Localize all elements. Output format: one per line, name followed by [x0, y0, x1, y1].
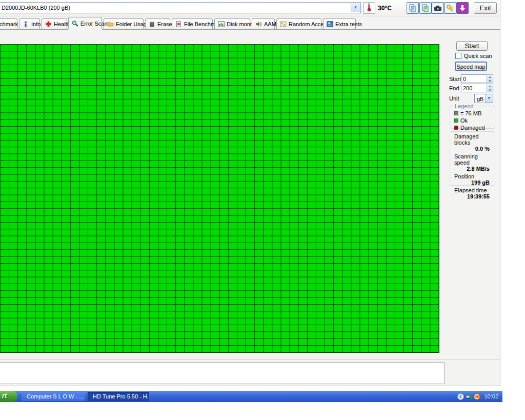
start-field-input[interactable]: 0: [461, 74, 489, 83]
screenshot-button[interactable]: [432, 2, 444, 14]
stat-scanning-speed-value: 2.8 MB/s: [450, 166, 490, 172]
camera-icon: [434, 4, 442, 12]
hdtune-tray-icon[interactable]: [474, 393, 480, 400]
random-grid-icon: [280, 21, 287, 27]
tab-random-access[interactable]: Random Access: [276, 18, 321, 29]
tab-extra-tests[interactable]: Extra tests: [323, 18, 356, 29]
task-button-browser[interactable]: Computer S L O W - ...: [22, 392, 85, 401]
trash-icon: [149, 21, 155, 27]
tray-clock: 10:02: [484, 393, 498, 399]
copy-icon: [409, 4, 417, 12]
legend-item-ok: Ok: [454, 117, 495, 124]
stat-position-value: 199 gB: [450, 179, 490, 186]
keys-icon: [446, 4, 454, 12]
tray-collapse-icon[interactable]: [457, 393, 464, 400]
quick-scan-checkbox[interactable]: [455, 53, 461, 59]
stat-position-label: Position: [454, 173, 492, 179]
tab-folder-usage[interactable]: Folder Usage: [104, 18, 144, 29]
info-icon: [23, 21, 29, 27]
unit-select-value: gB: [477, 96, 483, 102]
copy-to-clipboard-button[interactable]: [419, 2, 432, 14]
legend-title: Legend: [453, 103, 475, 109]
file-icon: [175, 21, 182, 27]
extra-tests-icon: [327, 21, 333, 27]
stat-damaged-blocks-value: 0.0 %: [450, 146, 490, 152]
tab-file-benchmark[interactable]: File Benchmark: [172, 18, 213, 29]
copy-text-icon: [421, 4, 430, 12]
stat-elapsed-time-label: Elapsed time: [454, 187, 492, 193]
toolbar-row: D2000JD-60KLB0 (200 gB) ▼ 30°C Exi: [0, 0, 500, 16]
start-field-label: Start: [449, 76, 461, 82]
download-arrow-icon: [459, 5, 466, 12]
bottom-divider: [0, 359, 500, 359]
legend-item-blocksize: = 76 MB: [454, 110, 495, 116]
registration-button[interactable]: [444, 2, 456, 14]
system-tray: 10:02: [457, 391, 501, 402]
tab-disk-monitor[interactable]: Disk monitor: [214, 18, 250, 29]
thermometer-icon: [366, 3, 372, 12]
update-button[interactable]: [456, 2, 469, 14]
task-button-hdtune[interactable]: HD Tune Pro 5.50 - H...: [88, 392, 149, 401]
chevron-down-icon[interactable]: ▼: [351, 3, 360, 12]
unit-field-label: Unit: [449, 95, 459, 102]
speaker-icon: [255, 21, 262, 27]
scan-grid[interactable]: [0, 44, 439, 353]
legend-label: = 76 MB: [460, 110, 481, 116]
quick-scan-label[interactable]: Quick scan: [464, 53, 492, 59]
legend-item-damaged: Damaged: [454, 125, 495, 131]
start-field-spinner[interactable]: ▲▼: [487, 74, 493, 83]
tab-health[interactable]: Health: [42, 18, 67, 29]
tab-label: Error Scan: [80, 21, 108, 27]
end-field-input[interactable]: 200: [461, 84, 489, 92]
speed-map-button[interactable]: Speed map: [455, 62, 487, 71]
stat-elapsed-time-value: 19:39:55: [450, 193, 490, 199]
tab-label: nchmark: [0, 21, 18, 27]
tab-error-scan[interactable]: Error Scan: [68, 17, 102, 29]
exit-button[interactable]: Exit: [474, 2, 497, 14]
monitor-chart-icon: [218, 21, 225, 27]
health-cross-icon: [45, 21, 52, 27]
folder-icon: [107, 21, 114, 27]
tab-benchmark[interactable]: nchmark: [0, 18, 17, 29]
taskbar: rt Computer S L O W - ... HD Tune Pro 5.…: [0, 391, 502, 402]
temperature-value: 30°C: [378, 5, 392, 12]
tab-strip: nchmark Info Health Error Scan Folder Us…: [0, 17, 500, 29]
tab-info[interactable]: Info: [19, 18, 40, 29]
stat-scanning-speed-label: Scanning speed: [454, 153, 492, 166]
unit-select[interactable]: gB ▼: [474, 94, 493, 103]
scan-stats-panel: Damaged blocks 0.0 % Scanning speed 2.8 …: [450, 131, 495, 186]
end-field-spinner[interactable]: ▲▼: [487, 84, 493, 92]
tab-label: Erase: [157, 21, 172, 27]
task-button-label: HD Tune Pro 5.50 - H...: [93, 393, 149, 399]
status-textbox[interactable]: [0, 362, 445, 384]
damaged-swatch: [454, 126, 458, 130]
network-icon[interactable]: [466, 393, 472, 400]
tab-erase[interactable]: Erase: [145, 18, 170, 29]
screen: D2000JD-60KLB0 (200 gB) ▼ 30°C Exi: [0, 0, 525, 420]
task-button-label: Computer S L O W - ...: [27, 393, 84, 399]
stat-damaged-blocks-label: Damaged blocks: [454, 133, 492, 146]
start-scan-button[interactable]: Start: [456, 41, 488, 51]
copy-screenshot-button[interactable]: [407, 2, 419, 14]
tab-label: AAM: [264, 21, 276, 27]
hdtune-window: D2000JD-60KLB0 (200 gB) ▼ 30°C Exi: [0, 0, 500, 386]
end-field-label: End: [449, 85, 459, 91]
magnifier-icon: [72, 21, 78, 27]
legend-label: Ok: [460, 117, 468, 124]
drive-selector[interactable]: D2000JD-60KLB0 (200 gB) ▼: [0, 2, 361, 13]
temperature-button[interactable]: [363, 2, 375, 14]
ok-swatch: [454, 118, 458, 123]
start-button[interactable]: rt: [0, 391, 17, 402]
chevron-down-icon[interactable]: ▼: [485, 94, 493, 103]
tab-label: Info: [31, 21, 41, 27]
legend-label: Damaged: [460, 125, 485, 131]
tab-aam[interactable]: AAM: [252, 18, 275, 29]
block-swatch: [454, 111, 458, 115]
drive-selector-value: D2000JD-60KLB0 (200 gB): [2, 5, 70, 11]
tab-label: Extra tests: [335, 21, 362, 27]
tab-content-divider: [0, 29, 500, 30]
